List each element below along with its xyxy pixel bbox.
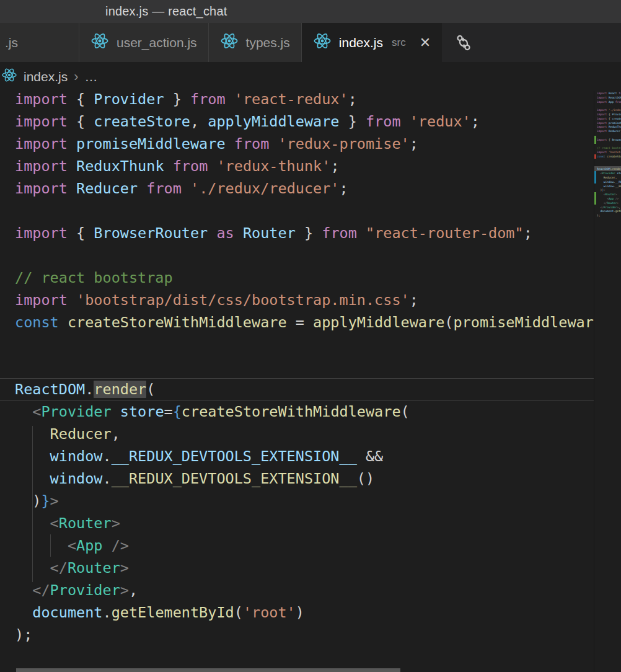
indent-guide: [50, 534, 51, 557]
close-icon[interactable]: ✕: [420, 36, 431, 50]
tab-cut-js[interactable]: .js: [0, 23, 79, 62]
react-icon: [90, 32, 109, 53]
minimap-content: import React from 'react';import ReactDO…: [597, 92, 621, 218]
react-icon: [1, 67, 17, 86]
indent-guide: [32, 426, 33, 582]
react-icon: [313, 32, 332, 53]
code-editor[interactable]: import { Provider } from 'react-redux';i…: [0, 91, 594, 672]
git-compare-icon[interactable]: [453, 32, 474, 53]
code-content: import { Provider } from 'react-redux';i…: [0, 91, 594, 646]
tab-bar: .js user_action.js types.js: [0, 23, 621, 62]
tab-bar-actions: [442, 23, 621, 62]
tab-types-js[interactable]: types.js: [209, 23, 302, 62]
breadcrumb-separator: ›: [74, 69, 78, 85]
minimap-marker-added: [594, 192, 596, 205]
tab-label: user_action.js: [117, 35, 197, 50]
minimap-marker-removed: [594, 154, 596, 159]
minimap-marker-modified: [594, 171, 596, 183]
tab-index-js-active[interactable]: index.js src ✕: [302, 23, 442, 62]
minimap[interactable]: import React from 'react';import ReactDO…: [594, 91, 621, 672]
tab-description: src: [392, 37, 406, 49]
title-bar: index.js — react_chat: [0, 0, 621, 23]
breadcrumb-symbol-ellipsis[interactable]: …: [85, 69, 98, 84]
tab-user-action-js[interactable]: user_action.js: [79, 23, 209, 62]
tab-label: .js: [5, 35, 18, 50]
minimap-marker-added: [594, 136, 596, 144]
window-title: index.js — react_chat: [105, 0, 227, 23]
react-icon: [220, 32, 239, 53]
vscode-window: index.js — react_chat .js user_action.js: [0, 0, 621, 672]
tab-label: index.js: [339, 35, 383, 50]
tab-label: types.js: [246, 35, 290, 50]
breadcrumb: index.js › …: [0, 62, 621, 91]
breadcrumb-file[interactable]: index.js: [24, 69, 68, 84]
horizontal-scrollbar[interactable]: [16, 668, 400, 672]
